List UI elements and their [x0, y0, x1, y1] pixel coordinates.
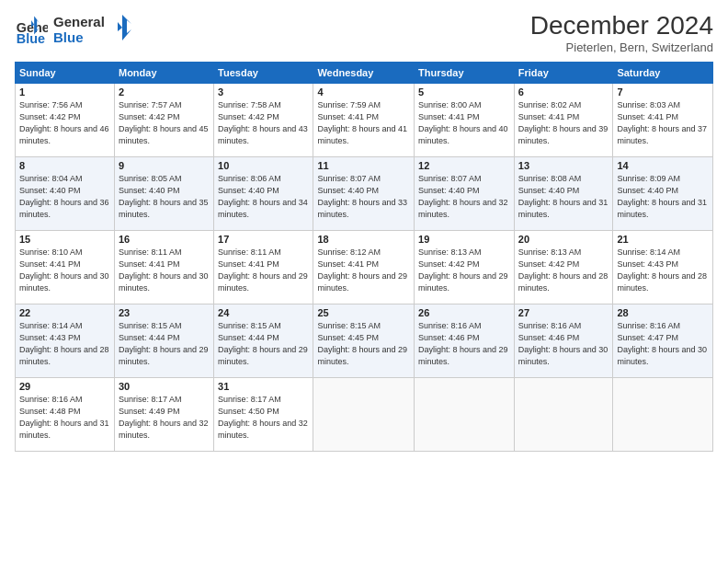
- day-info: Sunrise: 8:08 AMSunset: 4:40 PMDaylight:…: [518, 174, 609, 219]
- calendar-table: Sunday Monday Tuesday Wednesday Thursday…: [15, 62, 713, 452]
- day-info: Sunrise: 8:05 AMSunset: 4:40 PMDaylight:…: [119, 174, 209, 219]
- calendar-cell: 8 Sunrise: 8:04 AMSunset: 4:40 PMDayligh…: [16, 157, 115, 231]
- calendar-cell: 21 Sunrise: 8:14 AMSunset: 4:43 PMDaylig…: [613, 231, 713, 304]
- day-number: 30: [119, 381, 210, 392]
- day-number: 13: [518, 160, 609, 171]
- day-number: 10: [218, 160, 309, 171]
- calendar-cell: 29 Sunrise: 8:16 AMSunset: 4:48 PMDaylig…: [16, 378, 115, 452]
- day-info: Sunrise: 8:16 AMSunset: 4:46 PMDaylight:…: [518, 321, 609, 366]
- day-info: Sunrise: 8:15 AMSunset: 4:44 PMDaylight:…: [218, 321, 308, 366]
- day-info: Sunrise: 7:57 AMSunset: 4:42 PMDaylight:…: [119, 100, 209, 145]
- day-info: Sunrise: 8:16 AMSunset: 4:47 PMDaylight:…: [617, 321, 707, 366]
- day-info: Sunrise: 8:17 AMSunset: 4:50 PMDaylight:…: [218, 395, 308, 440]
- day-number: 18: [317, 234, 410, 245]
- calendar-cell: 25 Sunrise: 8:15 AMSunset: 4:45 PMDaylig…: [313, 304, 415, 378]
- calendar-cell: 17 Sunrise: 8:11 AMSunset: 4:41 PMDaylig…: [214, 231, 313, 304]
- day-info: Sunrise: 8:06 AMSunset: 4:40 PMDaylight:…: [218, 174, 308, 219]
- day-number: 3: [218, 86, 309, 98]
- calendar-cell: 7 Sunrise: 8:03 AMSunset: 4:41 PMDayligh…: [613, 84, 713, 157]
- day-info: Sunrise: 8:11 AMSunset: 4:41 PMDaylight:…: [119, 247, 209, 293]
- day-number: 12: [418, 160, 510, 171]
- calendar-cell: 16 Sunrise: 8:11 AMSunset: 4:41 PMDaylig…: [114, 231, 213, 304]
- day-info: Sunrise: 8:14 AMSunset: 4:43 PMDaylight:…: [19, 321, 109, 366]
- col-sunday: Sunday: [16, 63, 115, 84]
- day-info: Sunrise: 8:16 AMSunset: 4:46 PMDaylight:…: [418, 321, 508, 366]
- col-wednesday: Wednesday: [313, 63, 415, 84]
- svg-text:General: General: [53, 14, 105, 29]
- day-info: Sunrise: 8:04 AMSunset: 4:40 PMDaylight:…: [19, 174, 109, 219]
- calendar-cell: 24 Sunrise: 8:15 AMSunset: 4:44 PMDaylig…: [214, 304, 313, 378]
- calendar-cell: 1 Sunrise: 7:56 AMSunset: 4:42 PMDayligh…: [16, 84, 115, 157]
- day-info: Sunrise: 8:15 AMSunset: 4:44 PMDaylight:…: [119, 321, 209, 366]
- day-number: 14: [617, 160, 709, 171]
- day-number: 29: [19, 381, 110, 392]
- day-number: 8: [19, 160, 110, 171]
- day-info: Sunrise: 8:14 AMSunset: 4:43 PMDaylight:…: [617, 247, 707, 293]
- page: General Blue General Blue December 2024 …: [0, 0, 728, 563]
- day-number: 1: [19, 86, 110, 98]
- day-info: Sunrise: 7:58 AMSunset: 4:42 PMDaylight:…: [218, 100, 308, 145]
- calendar-cell: 11 Sunrise: 8:07 AMSunset: 4:40 PMDaylig…: [313, 157, 415, 231]
- svg-text:Blue: Blue: [17, 31, 45, 46]
- day-info: Sunrise: 8:00 AMSunset: 4:41 PMDaylight:…: [418, 100, 508, 145]
- day-info: Sunrise: 8:10 AMSunset: 4:41 PMDaylight:…: [19, 247, 109, 293]
- calendar-cell: [613, 378, 713, 452]
- col-monday: Monday: [114, 63, 213, 84]
- day-info: Sunrise: 8:09 AMSunset: 4:40 PMDaylight:…: [617, 174, 707, 219]
- calendar-cell: [415, 378, 515, 452]
- day-number: 11: [317, 160, 410, 171]
- calendar-cell: 14 Sunrise: 8:09 AMSunset: 4:40 PMDaylig…: [613, 157, 713, 231]
- day-info: Sunrise: 7:56 AMSunset: 4:42 PMDaylight:…: [19, 100, 109, 145]
- day-info: Sunrise: 8:07 AMSunset: 4:40 PMDaylight:…: [418, 174, 508, 219]
- logo: General Blue General Blue: [15, 11, 136, 50]
- calendar-cell: 18 Sunrise: 8:12 AMSunset: 4:41 PMDaylig…: [313, 231, 415, 304]
- calendar-cell: 12 Sunrise: 8:07 AMSunset: 4:40 PMDaylig…: [415, 157, 515, 231]
- day-info: Sunrise: 8:13 AMSunset: 4:42 PMDaylight:…: [418, 247, 508, 293]
- day-number: 9: [119, 160, 210, 171]
- day-info: Sunrise: 8:12 AMSunset: 4:41 PMDaylight:…: [317, 247, 407, 293]
- svg-marker-5: [118, 15, 131, 40]
- calendar-cell: 3 Sunrise: 7:58 AMSunset: 4:42 PMDayligh…: [214, 84, 313, 157]
- week-row-5: 29 Sunrise: 8:16 AMSunset: 4:48 PMDaylig…: [16, 378, 713, 452]
- day-number: 20: [518, 234, 609, 245]
- day-info: Sunrise: 8:02 AMSunset: 4:41 PMDaylight:…: [518, 100, 609, 145]
- calendar-cell: 15 Sunrise: 8:10 AMSunset: 4:41 PMDaylig…: [16, 231, 115, 304]
- calendar-cell: 5 Sunrise: 8:00 AMSunset: 4:41 PMDayligh…: [415, 84, 515, 157]
- day-info: Sunrise: 8:15 AMSunset: 4:45 PMDaylight:…: [317, 321, 407, 366]
- week-row-4: 22 Sunrise: 8:14 AMSunset: 4:43 PMDaylig…: [16, 304, 713, 378]
- calendar-cell: 30 Sunrise: 8:17 AMSunset: 4:49 PMDaylig…: [114, 378, 213, 452]
- title-block: December 2024 Pieterlen, Bern, Switzerla…: [530, 11, 713, 54]
- logo-svg: General Blue: [53, 11, 136, 46]
- day-number: 27: [518, 307, 609, 318]
- day-number: 4: [317, 86, 410, 98]
- day-number: 22: [19, 307, 110, 318]
- day-number: 25: [317, 307, 410, 318]
- day-number: 26: [418, 307, 510, 318]
- calendar-header-row: Sunday Monday Tuesday Wednesday Thursday…: [16, 63, 713, 84]
- calendar-cell: 10 Sunrise: 8:06 AMSunset: 4:40 PMDaylig…: [214, 157, 313, 231]
- col-thursday: Thursday: [415, 63, 515, 84]
- calendar-cell: 22 Sunrise: 8:14 AMSunset: 4:43 PMDaylig…: [16, 304, 115, 378]
- day-info: Sunrise: 8:16 AMSunset: 4:48 PMDaylight:…: [19, 395, 109, 440]
- calendar-cell: 23 Sunrise: 8:15 AMSunset: 4:44 PMDaylig…: [114, 304, 213, 378]
- day-number: 24: [218, 307, 309, 318]
- week-row-3: 15 Sunrise: 8:10 AMSunset: 4:41 PMDaylig…: [16, 231, 713, 304]
- week-row-2: 8 Sunrise: 8:04 AMSunset: 4:40 PMDayligh…: [16, 157, 713, 231]
- day-number: 17: [218, 234, 309, 245]
- day-number: 19: [418, 234, 510, 245]
- day-number: 31: [218, 381, 309, 392]
- header: General Blue General Blue December 2024 …: [15, 11, 713, 54]
- month-title: December 2024: [530, 11, 713, 40]
- day-number: 2: [119, 86, 210, 98]
- calendar-cell: 19 Sunrise: 8:13 AMSunset: 4:42 PMDaylig…: [415, 231, 515, 304]
- col-tuesday: Tuesday: [214, 63, 313, 84]
- calendar-cell: 13 Sunrise: 8:08 AMSunset: 4:40 PMDaylig…: [514, 157, 613, 231]
- day-number: 21: [617, 234, 709, 245]
- day-number: 5: [418, 86, 510, 98]
- svg-text:Blue: Blue: [53, 29, 84, 45]
- day-info: Sunrise: 8:11 AMSunset: 4:41 PMDaylight:…: [218, 247, 308, 293]
- calendar-cell: [313, 378, 415, 452]
- week-row-1: 1 Sunrise: 7:56 AMSunset: 4:42 PMDayligh…: [16, 84, 713, 157]
- day-info: Sunrise: 8:03 AMSunset: 4:41 PMDaylight:…: [617, 100, 707, 145]
- logo-icon: General Blue: [15, 14, 48, 47]
